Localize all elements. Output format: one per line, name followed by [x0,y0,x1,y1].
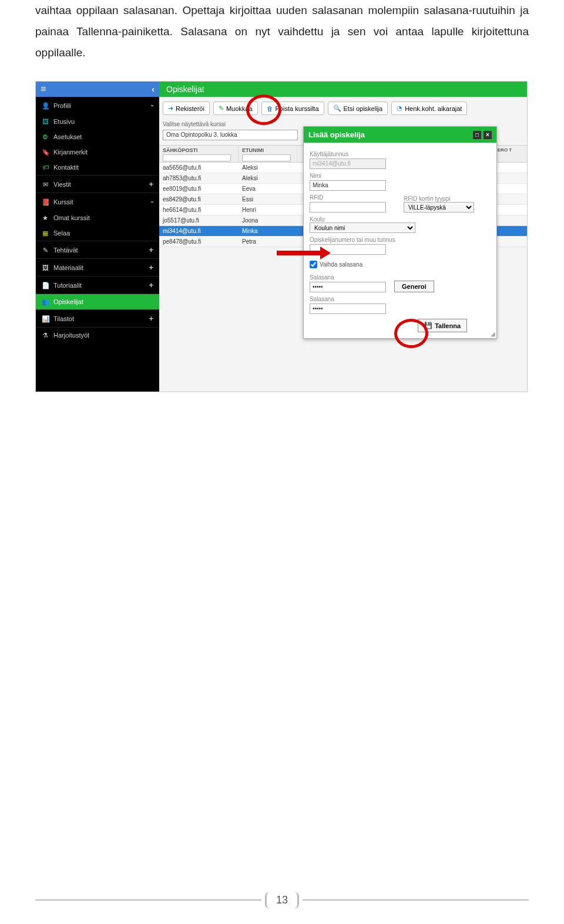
collapse-icon[interactable]: ‹ [152,85,155,94]
hamburger-icon[interactable]: ≡ [41,84,46,95]
close-icon[interactable]: × [484,131,492,139]
cell-name: Essi [239,194,297,204]
sidebar-item-kontaktit[interactable]: 🏷Kontaktit [36,160,159,175]
sidebar-item-label: Kontaktit [53,164,79,171]
col-name-label: ETUNIMI [242,147,293,153]
rfid-field[interactable] [310,202,386,213]
cell-email: aa5656@utu.fi [159,163,239,173]
plus-icon: + [149,245,153,254]
sidebar-icon: 🖼 [42,118,49,125]
sidebar-item-label: Kurssit [53,198,73,205]
sidebar-item-kurssit[interactable]: 📕Kurssit- [36,193,159,210]
toolbar: ➜Rekisteröi ✎Muokkaa 🗑Poista kurssilta 🔍… [159,97,527,120]
sidebar-item-label: Kirjanmerkit [53,149,88,156]
cell-email: he6614@utu.fi [159,205,239,215]
plus-icon: + [149,314,153,323]
cell-name: Aleksi [239,163,297,173]
sidebar-icon: 🖼 [42,264,49,271]
sidebar-item-harjoitustyöt[interactable]: ⚗Harjoitustyöt [36,327,159,343]
sidebar-icon: 👥 [42,298,49,305]
nimi-field[interactable]: Minka [310,180,386,191]
sidebar-item-omat-kurssit[interactable]: ★Omat kurssit [36,210,159,225]
plus-icon: + [149,281,153,289]
salasana1-label: Salasana [310,274,386,281]
sidebar-item-viestit[interactable]: ✉Viestit+ [36,175,159,193]
koulu-label: Koulu [310,216,491,222]
cell-name: Petra [239,237,297,247]
topbar-left: ≡ ‹ [36,82,159,97]
minus-icon: - [151,197,153,206]
add-student-dialog: Lisää opiskelija □ × Käyttäjätunnus mi34… [303,126,497,339]
opnum-label: Opiskelijanumero tai muu tunnus [310,237,491,243]
resize-handle-icon[interactable]: ◢ [491,331,495,337]
plus-icon: + [149,180,153,188]
cell-email: jo5517@utu.fi [159,215,239,225]
cell-email: mi3414@utu.fi [159,226,239,236]
maximize-icon[interactable]: □ [473,131,481,139]
plus-icon: + [149,263,153,272]
clock-icon: ◔ [397,104,402,112]
rfid-type-label: RFID kortin tyyppi [404,195,474,202]
sidebar-item-profiili[interactable]: 👤Profiili- [36,97,159,114]
pencil-icon: ✎ [219,104,224,112]
sidebar-icon: ⚗ [42,332,49,339]
sidebar-item-kirjanmerkit[interactable]: 🔖Kirjanmerkit [36,144,159,160]
sidebar-item-label: Viestit [53,181,71,188]
cell-email: es8429@utu.fi [159,194,239,204]
etsi-button[interactable]: 🔍Etsi opiskelija [328,102,388,115]
salasana1-field[interactable]: ••••• [310,282,386,292]
sidebar-item-tehtävät[interactable]: ✎Tehtävät+ [36,241,159,258]
sidebar-item-label: Materiaalit [53,264,83,271]
sidebar-item-label: Etusivu [53,118,75,125]
henk-label: Henk.koht. aikarajat [405,105,462,112]
page-title: Opiskelijat [159,82,527,97]
cell-name: Minka [239,226,297,236]
generoi-button[interactable]: Generoi [394,281,434,292]
sidebar-icon: 📕 [42,198,49,205]
cell-name: Joona [239,215,297,225]
sidebar-item-etusivu[interactable]: 🖼Etusivu [36,114,159,129]
annotation-arrow [277,251,321,255]
rfid-type-select[interactable]: ViLLE-läpyskä [404,202,474,213]
sidebar-item-tilastot[interactable]: 📊Tilastot+ [36,309,159,327]
sidebar-icon: ⚙ [42,133,49,140]
course-select[interactable]: Oma Opintopolku 3. luokka [163,130,298,140]
dialog-title: Lisää opiskelija [308,130,365,139]
page-number: 13 [265,892,299,909]
sidebar-icon: ▦ [42,230,49,237]
sidebar-item-label: Tilastot [53,315,74,322]
sidebar-item-label: Opiskelijat [53,298,83,305]
sidebar-item-opiskelijat[interactable]: 👥Opiskelijat [36,294,159,309]
sidebar-item-label: Omat kurssit [53,214,90,221]
sidebar: 👤Profiili-🖼Etusivu⚙Asetukset🔖Kirjanmerki… [36,97,159,392]
col-email-label: SÄHKÖPOSTI [163,147,234,153]
sidebar-item-tutoriaalit[interactable]: 📄Tutoriaalit+ [36,276,159,294]
dialog-titlebar: Lisää opiskelija □ × [304,127,496,143]
sidebar-item-label: Harjoitustyöt [53,332,89,339]
cell-email: ee8019@utu.fi [159,184,239,194]
sidebar-item-asetukset[interactable]: ⚙Asetukset [36,129,159,144]
annotation-circle-tallenna [394,319,428,348]
nimi-label: Nimi [310,173,491,179]
main-area: ➜Rekisteröi ✎Muokkaa 🗑Poista kurssilta 🔍… [159,97,527,392]
sidebar-icon: ★ [42,214,49,221]
filter-name-input[interactable] [242,154,291,161]
sidebar-item-label: Tehtävät [53,247,78,254]
sidebar-icon: 📄 [42,282,49,289]
filter-email-input[interactable] [163,154,231,161]
sidebar-icon: ✉ [42,181,49,188]
sidebar-item-label: Profiili [53,102,71,109]
login-icon: ➜ [168,104,173,112]
screenshot-container: ≡ ‹ Opiskelijat 👤Profiili-🖼Etusivu⚙Asetu… [35,81,528,392]
koulu-select[interactable]: Koulun nimi [310,222,415,233]
vaihda-checkbox[interactable] [310,261,317,268]
sidebar-icon: 🏷 [42,164,49,171]
sidebar-item-materiaalit[interactable]: 🖼Materiaalit+ [36,258,159,276]
cell-name: Aleksi [239,173,297,183]
rekisteroi-button[interactable]: ➜Rekisteröi [163,102,210,115]
salasana2-field[interactable]: ••••• [310,303,386,314]
rfid-label: RFID [310,194,386,201]
sidebar-item-selaa[interactable]: ▦Selaa [36,225,159,241]
henk-button[interactable]: ◔Henk.koht. aikarajat [391,102,467,115]
page-footer: 13 [0,899,564,901]
